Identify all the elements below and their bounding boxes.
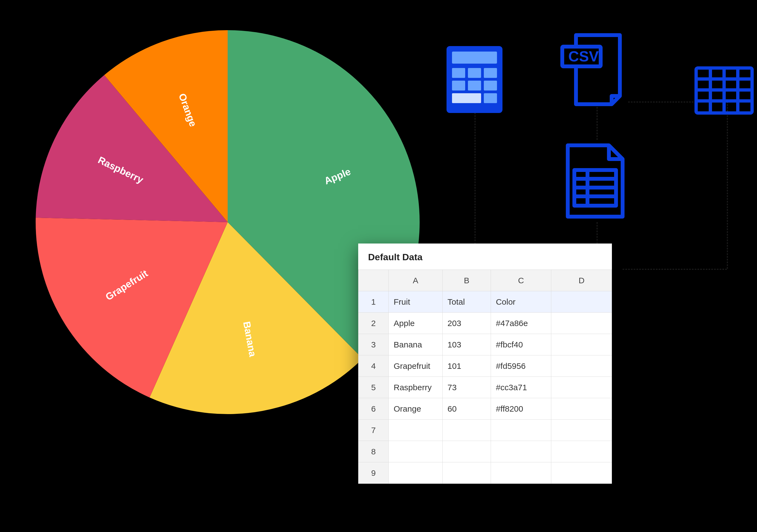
row-index[interactable]: 7 xyxy=(358,420,389,441)
table-row[interactable]: 5Raspberry73#cc3a71 xyxy=(358,377,612,398)
table-row[interactable]: 7 xyxy=(358,420,612,441)
cell[interactable]: Apple xyxy=(389,312,442,334)
row-index[interactable]: 6 xyxy=(358,398,389,420)
column-header-row: A B C D xyxy=(358,270,612,291)
cell[interactable] xyxy=(551,420,612,441)
table-row[interactable]: 8 xyxy=(358,441,612,462)
csv-file-icon: CSV xyxy=(557,30,628,110)
row-index[interactable]: 1 xyxy=(358,291,389,312)
cell[interactable] xyxy=(491,462,551,484)
svg-text:CSV: CSV xyxy=(568,48,599,65)
cell[interactable]: Banana xyxy=(389,334,442,355)
svg-rect-4 xyxy=(484,68,497,78)
cell[interactable]: Total xyxy=(442,291,491,312)
svg-rect-6 xyxy=(468,81,481,91)
cell[interactable] xyxy=(389,420,442,441)
table-row[interactable]: 6Orange60#ff8200 xyxy=(358,398,612,420)
cell[interactable] xyxy=(551,355,612,377)
svg-rect-1 xyxy=(452,51,497,64)
row-index[interactable]: 2 xyxy=(358,312,389,334)
cell[interactable]: #fbcf40 xyxy=(491,334,551,355)
cell[interactable]: Fruit xyxy=(389,291,442,312)
row-index[interactable]: 8 xyxy=(358,441,389,462)
cell[interactable] xyxy=(442,420,491,441)
row-index[interactable]: 5 xyxy=(358,377,389,398)
cell[interactable] xyxy=(551,441,612,462)
table-row[interactable]: 1FruitTotalColor xyxy=(358,291,612,312)
cell[interactable]: 73 xyxy=(442,377,491,398)
cell[interactable]: #ff8200 xyxy=(491,398,551,420)
svg-rect-3 xyxy=(468,68,481,78)
cell[interactable] xyxy=(491,420,551,441)
cell[interactable]: #47a86e xyxy=(491,312,551,334)
cell[interactable]: 103 xyxy=(442,334,491,355)
table-row[interactable]: 2Apple203#47a86e xyxy=(358,312,612,334)
cell[interactable]: Grapefruit xyxy=(389,355,442,377)
cell[interactable] xyxy=(442,441,491,462)
svg-rect-9 xyxy=(452,93,481,103)
svg-rect-7 xyxy=(484,81,497,91)
cell[interactable]: Raspberry xyxy=(389,377,442,398)
cell[interactable] xyxy=(551,312,612,334)
cell[interactable]: 101 xyxy=(442,355,491,377)
row-index[interactable]: 9 xyxy=(358,462,389,484)
row-index[interactable]: 4 xyxy=(358,355,389,377)
source-icons-area: CSV xyxy=(431,25,754,250)
cell[interactable]: 60 xyxy=(442,398,491,420)
document-table-icon xyxy=(562,140,628,222)
col-C[interactable]: C xyxy=(491,270,551,291)
cell[interactable] xyxy=(442,462,491,484)
table-row[interactable]: 9 xyxy=(358,462,612,484)
svg-rect-8 xyxy=(484,93,497,103)
cell[interactable] xyxy=(389,441,442,462)
cell[interactable]: Color xyxy=(491,291,551,312)
cell[interactable] xyxy=(551,377,612,398)
col-B[interactable]: B xyxy=(442,270,491,291)
cell[interactable]: #fd5956 xyxy=(491,355,551,377)
cell[interactable] xyxy=(551,334,612,355)
col-D[interactable]: D xyxy=(551,270,612,291)
grid-icon xyxy=(694,66,754,115)
cell[interactable] xyxy=(551,462,612,484)
cell[interactable] xyxy=(551,398,612,420)
table-row[interactable]: 3Banana103#fbcf40 xyxy=(358,334,612,355)
cell[interactable] xyxy=(491,441,551,462)
data-sheet[interactable]: Default Data A B C D 1FruitTotalColor2Ap… xyxy=(358,244,612,484)
svg-rect-5 xyxy=(452,81,465,91)
corner-cell xyxy=(358,270,389,291)
cell[interactable]: #cc3a71 xyxy=(491,377,551,398)
calculator-icon xyxy=(444,44,505,115)
row-index[interactable]: 3 xyxy=(358,334,389,355)
cell[interactable]: 203 xyxy=(442,312,491,334)
cell[interactable] xyxy=(389,462,442,484)
svg-rect-2 xyxy=(452,68,465,78)
cell[interactable] xyxy=(551,291,612,312)
cell[interactable]: Orange xyxy=(389,398,442,420)
sheet-title: Default Data xyxy=(358,244,612,270)
data-table[interactable]: A B C D 1FruitTotalColor2Apple203#47a86e… xyxy=(358,270,612,484)
table-row[interactable]: 4Grapefruit101#fd5956 xyxy=(358,355,612,377)
col-A[interactable]: A xyxy=(389,270,442,291)
